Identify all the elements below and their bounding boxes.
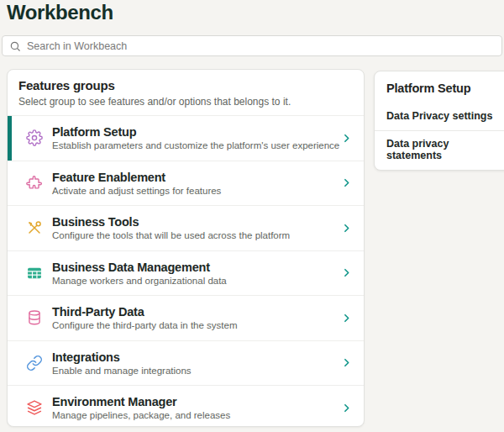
feature-row-description: Configure the tools that will be used ac… — [52, 230, 341, 240]
feature-row-title: Platform Setup — [52, 125, 341, 139]
feature-row-description: Configure the third-party data in the sy… — [52, 320, 341, 330]
chevron-right-icon — [341, 177, 352, 188]
feature-row-third-party-data[interactable]: Third-Party Data Configure the third-par… — [8, 295, 364, 340]
search-input[interactable] — [27, 40, 495, 52]
features-subheading: Select group to see features and/or opti… — [18, 96, 352, 108]
chevron-right-icon — [341, 313, 352, 324]
feature-row-text: Integrations Enable and manage integrati… — [52, 350, 341, 376]
feature-row-environment-manager[interactable]: Environment Manager Manage pipelines, pa… — [8, 385, 364, 427]
features-groups-panel: Features groups Select group to see feat… — [7, 69, 365, 427]
tools-icon — [26, 219, 43, 236]
link-icon — [26, 355, 43, 371]
feature-row-title: Feature Enablement — [52, 171, 341, 184]
chevron-right-icon — [341, 403, 352, 414]
feature-row-title: Third-Party Data — [52, 305, 341, 319]
detail-item-data-privacy-settings[interactable]: Data Privacy settings — [375, 103, 504, 130]
gear-icon — [26, 129, 43, 146]
feature-row-title: Business Data Management — [52, 261, 341, 274]
feature-row-title: Environment Manager — [52, 395, 341, 408]
chevron-right-icon — [341, 133, 352, 144]
table-icon — [26, 265, 43, 282]
layers-icon — [26, 399, 43, 416]
feature-row-feature-enablement[interactable]: Feature Enablement Activate and adjust s… — [8, 161, 364, 206]
feature-row-text: Business Tools Configure the tools that … — [52, 215, 341, 240]
feature-row-integrations[interactable]: Integrations Enable and manage integrati… — [8, 340, 364, 386]
platform-setup-detail-panel: Platform Setup Data Privacy settings Dat… — [374, 71, 504, 171]
feature-row-text: Feature Enablement Activate and adjust s… — [52, 171, 341, 196]
feature-row-text: Platform Setup Establish parameters and … — [52, 125, 341, 150]
database-icon — [26, 309, 43, 326]
feature-row-description: Establish parameters and customize the p… — [52, 140, 341, 150]
chevron-right-icon — [341, 267, 352, 278]
detail-item-data-privacy-statements[interactable]: Data privacy statements — [375, 130, 504, 170]
feature-row-business-tools[interactable]: Business Tools Configure the tools that … — [8, 205, 364, 250]
chevron-right-icon — [341, 223, 352, 234]
search-bar — [2, 35, 502, 56]
features-header: Features groups Select group to see feat… — [8, 70, 364, 115]
feature-row-business-data-management[interactable]: Business Data Management Manage workers … — [8, 250, 364, 296]
detail-panel-heading: Platform Setup — [375, 71, 504, 103]
puzzle-icon — [26, 175, 43, 192]
feature-row-title: Business Tools — [52, 215, 341, 229]
chevron-right-icon — [341, 357, 352, 368]
feature-row-text: Third-Party Data Configure the third-par… — [52, 305, 341, 330]
feature-row-description: Enable and manage integrations — [52, 366, 341, 376]
feature-row-text: Business Data Management Manage workers … — [52, 261, 341, 286]
search-icon — [9, 40, 21, 52]
feature-row-description: Manage pipelines, package, and releases — [52, 410, 341, 420]
features-heading: Features groups — [18, 78, 352, 92]
feature-row-description: Activate and adjust settings for feature… — [52, 186, 341, 196]
feature-row-description: Manage workers and organizational data — [52, 276, 341, 286]
feature-row-title: Integrations — [52, 350, 341, 364]
feature-row-platform-setup[interactable]: Platform Setup Establish parameters and … — [8, 115, 364, 161]
feature-row-text: Environment Manager Manage pipelines, pa… — [52, 395, 341, 420]
page-title: Workbench — [7, 1, 113, 24]
